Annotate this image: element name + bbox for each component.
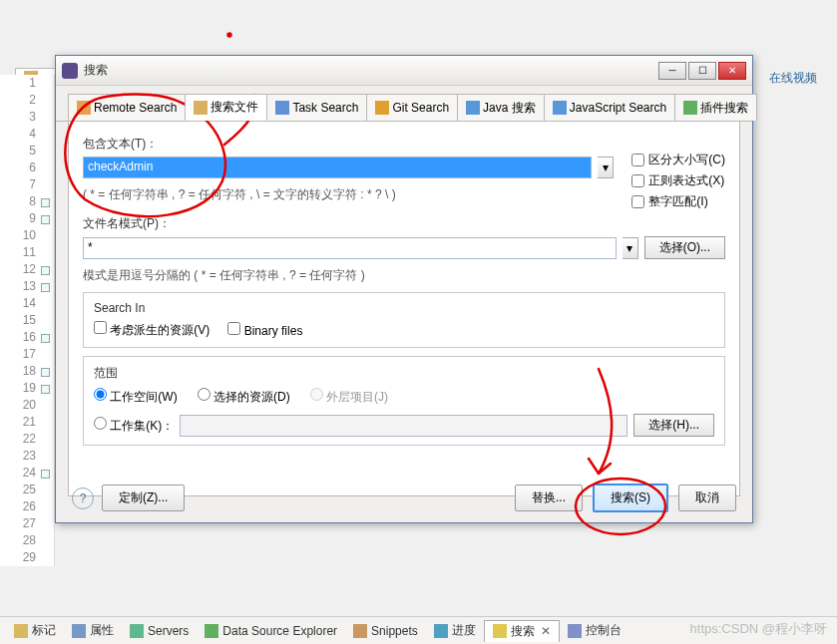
dialog-title: 搜索 bbox=[84, 62, 658, 79]
dialog-footer: ? 定制(Z)... 替换... 搜索(S) 取消 bbox=[56, 474, 752, 522]
filename-dropdown[interactable]: ▾ bbox=[623, 237, 638, 259]
app-icon bbox=[62, 63, 78, 79]
cancel-button[interactable]: 取消 bbox=[678, 484, 736, 511]
replace-button[interactable]: 替换... bbox=[515, 484, 583, 511]
binary-checkbox[interactable]: Binary files bbox=[227, 322, 302, 338]
search-button[interactable]: 搜索(S) bbox=[593, 483, 668, 512]
tab-markers[interactable]: 标记 bbox=[6, 620, 64, 641]
tab-data-source[interactable]: Data Source Explorer bbox=[197, 622, 345, 640]
filename-input[interactable]: * bbox=[83, 237, 617, 259]
search-in-fieldset: Search In 考虑派生的资源(V) Binary files bbox=[83, 292, 725, 348]
pattern-note: 模式是用逗号分隔的 ( * = 任何字符串 , ? = 任何字符 ) bbox=[83, 267, 725, 284]
scope-workingset-radio[interactable]: 工作集(K)： bbox=[94, 417, 174, 435]
datasource-icon bbox=[205, 624, 218, 638]
search-in-legend: Search In bbox=[94, 301, 714, 315]
scope-enclosing-radio[interactable]: 外层项目(J) bbox=[310, 388, 388, 406]
tab-remote-search[interactable]: Remote Search bbox=[68, 94, 186, 121]
dialog-titlebar[interactable]: 搜索 ─ ☐ ✕ bbox=[56, 56, 752, 86]
java-icon bbox=[466, 101, 480, 115]
online-video-link[interactable]: 在线视频 bbox=[769, 70, 817, 87]
regex-checkbox[interactable]: 正则表达式(X) bbox=[631, 172, 725, 189]
snippets-icon bbox=[353, 624, 367, 638]
tab-servers[interactable]: Servers bbox=[122, 622, 197, 640]
tab-progress[interactable]: 进度 bbox=[426, 620, 484, 641]
js-icon bbox=[553, 101, 567, 115]
minimize-button[interactable]: ─ bbox=[658, 62, 686, 80]
search-dialog: 搜索 ─ ☐ ✕ Remote Search 搜索文件 Task Search … bbox=[55, 55, 753, 523]
scope-selected-radio[interactable]: 选择的资源(D) bbox=[198, 388, 290, 406]
choose-workingset-button[interactable]: 选择(H)... bbox=[633, 414, 714, 437]
plugin-icon bbox=[683, 101, 697, 115]
search-tabstrip: Remote Search 搜索文件 Task Search Git Searc… bbox=[56, 86, 752, 122]
tab-java-search[interactable]: Java 搜索 bbox=[457, 94, 545, 121]
containing-text-label: 包含文本(T)： bbox=[83, 136, 614, 153]
search-icon bbox=[493, 624, 507, 638]
dialog-content: 包含文本(T)： checkAdmin ▾ ( * = 任何字符串 , ? = … bbox=[68, 122, 740, 496]
properties-icon bbox=[72, 624, 86, 638]
filename-label: 文件名模式(P)： bbox=[83, 215, 725, 232]
pattern-hint: ( * = 任何字符串 , ? = 任何字符 , \ = 文字的转义字符 : *… bbox=[83, 186, 614, 203]
case-sensitive-checkbox[interactable]: 区分大小写(C) bbox=[631, 152, 725, 168]
console-icon bbox=[568, 624, 582, 638]
tab-search[interactable]: 搜索✕ bbox=[484, 620, 560, 642]
containing-text-input[interactable]: checkAdmin bbox=[83, 157, 592, 178]
choose-filetypes-button[interactable]: 选择(O)... bbox=[644, 236, 725, 259]
git-icon bbox=[375, 101, 389, 115]
svg-point-0 bbox=[228, 34, 231, 37]
scope-legend: 范围 bbox=[94, 365, 714, 382]
editor-gutter: 1234567891011121314151617181920212223242… bbox=[0, 75, 55, 566]
progress-icon bbox=[434, 624, 448, 638]
marker-icon bbox=[14, 624, 28, 638]
maximize-button[interactable]: ☐ bbox=[688, 62, 716, 80]
workingset-input[interactable] bbox=[180, 415, 628, 437]
remote-icon bbox=[77, 101, 91, 115]
servers-icon bbox=[130, 624, 144, 638]
scope-fieldset: 范围 工作空间(W) 选择的资源(D) 外层项目(J) 工作集(K)： 选择(H… bbox=[83, 356, 725, 446]
containing-text-dropdown[interactable]: ▾ bbox=[598, 157, 614, 178]
tab-snippets[interactable]: Snippets bbox=[345, 622, 426, 640]
close-button[interactable]: ✕ bbox=[718, 62, 746, 80]
tab-plugin-search[interactable]: 插件搜索 bbox=[674, 94, 757, 121]
whole-word-checkbox[interactable]: 整字匹配(I) bbox=[631, 193, 725, 210]
help-icon[interactable]: ? bbox=[72, 487, 94, 509]
scope-workspace-radio[interactable]: 工作空间(W) bbox=[94, 388, 178, 406]
tab-task-search[interactable]: Task Search bbox=[266, 94, 367, 121]
watermark: https:CSDN @程小李呀 bbox=[690, 620, 827, 638]
close-icon[interactable]: ✕ bbox=[541, 624, 551, 638]
derived-checkbox[interactable]: 考虑派生的资源(V) bbox=[94, 321, 209, 339]
file-search-icon bbox=[194, 101, 208, 115]
tab-properties[interactable]: 属性 bbox=[64, 620, 122, 641]
tab-console[interactable]: 控制台 bbox=[560, 620, 629, 641]
tab-file-search[interactable]: 搜索文件 bbox=[185, 94, 267, 121]
tab-js-search[interactable]: JavaScript Search bbox=[544, 94, 675, 121]
tab-git-search[interactable]: Git Search bbox=[366, 94, 458, 121]
task-icon bbox=[275, 101, 289, 115]
customize-button[interactable]: 定制(Z)... bbox=[102, 484, 185, 511]
